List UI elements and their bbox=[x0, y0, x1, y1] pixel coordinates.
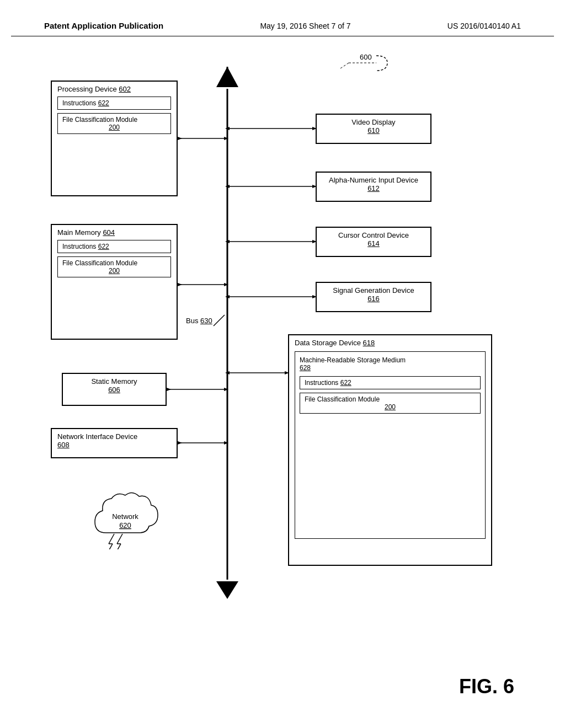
processing-device-box: Processing Device 602 Instructions 622 F… bbox=[51, 81, 178, 196]
svg-marker-40 bbox=[225, 295, 230, 298]
svg-line-0 bbox=[109, 534, 114, 544]
main-memory-box: Main Memory 604 Instructions 622 File Cl… bbox=[51, 224, 178, 340]
svg-marker-37 bbox=[225, 240, 230, 243]
data-storage-title: Data Storage Device 618 bbox=[295, 339, 486, 347]
video-display-title: Video Display 610 bbox=[322, 118, 425, 135]
data-storage-box: Data Storage Device 618 Machine-Readable… bbox=[288, 334, 492, 566]
svg-line-45 bbox=[214, 315, 225, 326]
svg-line-2 bbox=[107, 544, 113, 549]
diagram-area: 600 Processing Device 602 Instructions 6… bbox=[18, 42, 547, 704]
processing-instructions-box: Instructions 622 bbox=[57, 97, 171, 110]
main-memory-instructions-box: Instructions 622 bbox=[57, 240, 171, 253]
svg-marker-25 bbox=[167, 388, 171, 391]
patent-number-label: US 2016/0140140 A1 bbox=[447, 22, 521, 30]
network-cloud: Network 620 bbox=[89, 489, 161, 552]
static-memory-title: Static Memory 606 bbox=[68, 377, 160, 394]
publication-label: Patent Application Publication bbox=[44, 21, 163, 30]
network-interface-title: Network Interface Device 608 bbox=[57, 432, 171, 449]
svg-text:620: 620 bbox=[119, 521, 131, 529]
storage-instructions-box: Instructions 622 bbox=[300, 376, 481, 389]
label-600: 600 bbox=[360, 53, 372, 61]
svg-marker-19 bbox=[178, 137, 182, 140]
svg-marker-28 bbox=[178, 441, 182, 445]
network-interface-box: Network Interface Device 608 bbox=[51, 428, 178, 458]
processing-device-title: Processing Device 602 bbox=[57, 85, 171, 93]
svg-marker-22 bbox=[178, 283, 182, 286]
svg-marker-43 bbox=[225, 371, 230, 374]
cursor-control-box: Cursor Control Device 614 bbox=[316, 227, 431, 257]
svg-marker-34 bbox=[225, 185, 230, 188]
svg-marker-26 bbox=[224, 388, 228, 391]
svg-text:Network: Network bbox=[112, 512, 138, 521]
svg-marker-31 bbox=[225, 127, 230, 130]
processing-module-box: File Classification Module 200 bbox=[57, 113, 171, 134]
storage-medium-box: Machine-Readable Storage Medium 628 Inst… bbox=[295, 351, 486, 539]
svg-marker-13 bbox=[216, 67, 238, 87]
alpha-numeric-box: Alpha-Numeric Input Device 612 bbox=[316, 172, 431, 202]
main-memory-title: Main Memory 604 bbox=[57, 228, 171, 237]
svg-marker-23 bbox=[224, 283, 228, 286]
cursor-control-title: Cursor Control Device 614 bbox=[322, 231, 425, 248]
svg-marker-29 bbox=[224, 441, 228, 445]
svg-marker-17 bbox=[216, 581, 238, 599]
alpha-numeric-title: Alpha-Numeric Input Device 612 bbox=[322, 176, 425, 192]
main-memory-module-box: File Classification Module 200 bbox=[57, 256, 171, 277]
signal-generation-box: Signal Generation Device 616 bbox=[316, 282, 431, 312]
page: Patent Application Publication May 19, 2… bbox=[0, 0, 565, 728]
storage-medium-title: Machine-Readable Storage Medium 628 bbox=[300, 356, 481, 372]
video-display-box: Video Display 610 bbox=[316, 114, 431, 144]
figure-label: FIG. 6 bbox=[459, 675, 514, 698]
svg-marker-20 bbox=[224, 137, 228, 140]
svg-line-15 bbox=[340, 63, 349, 68]
svg-line-5 bbox=[115, 544, 121, 549]
signal-generation-title: Signal Generation Device 616 bbox=[322, 286, 425, 303]
date-sheet-label: May 19, 2016 Sheet 7 of 7 bbox=[260, 22, 350, 30]
storage-module-box: File Classification Module 200 bbox=[300, 393, 481, 414]
page-header: Patent Application Publication May 19, 2… bbox=[11, 11, 554, 36]
svg-line-3 bbox=[117, 534, 122, 544]
static-memory-box: Static Memory 606 bbox=[62, 373, 167, 406]
bus-label: Bus 630 bbox=[186, 317, 212, 325]
